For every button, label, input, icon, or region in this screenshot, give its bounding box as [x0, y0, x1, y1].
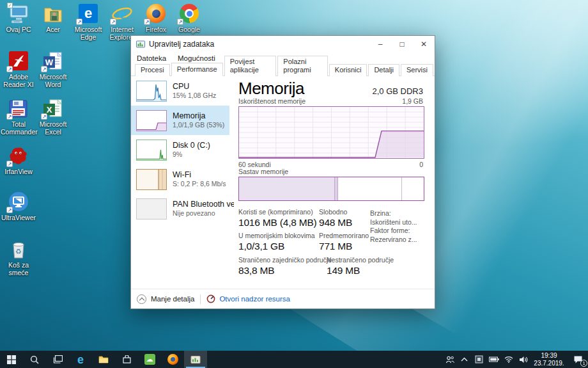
desktop-icon-label: Microsoft Edge — [70, 26, 106, 41]
desktop-icon-edge[interactable]: e ↗ Microsoft Edge — [70, 4, 106, 41]
tab-povijest-aplikacije[interactable]: Povijest aplikacije — [224, 56, 277, 76]
menu-mogucnosti[interactable]: Mogućnosti — [178, 54, 215, 62]
tab-performanse[interactable]: Performanse — [171, 63, 223, 76]
desktop-icon-ultraviewer[interactable]: ↗ UltraViewer — [1, 192, 36, 221]
desktop-icon-adobe-reader[interactable]: ↗ Adobe Reader XI — [1, 51, 36, 88]
stat-in-use: Koristi se (komprimirano) 1016 MB (4,8 M… — [238, 208, 317, 229]
maximize-button[interactable]: □ — [391, 36, 413, 52]
title-bar[interactable]: Upravitelj zadataka – □ ✕ — [131, 36, 435, 52]
tab-korisnici[interactable]: Korisnici — [329, 64, 368, 76]
sidebar-item-bluetooth-pan[interactable]: PAN Bluetooth vezNije povezano — [131, 194, 229, 223]
less-details-label: Manje detalja — [151, 295, 194, 303]
minimize-button[interactable]: – — [369, 36, 391, 52]
open-resource-monitor-link[interactable]: Otvori nadzor resursa — [206, 294, 290, 303]
disk-mini-graph — [136, 140, 167, 161]
battery-icon — [489, 356, 499, 362]
edge-icon: e — [77, 354, 84, 365]
battery-button[interactable] — [486, 351, 501, 368]
wifi-icon — [504, 356, 513, 363]
desktop-icon-irfanview[interactable]: ↗ IrfanView — [1, 146, 36, 175]
resource-monitor-icon — [206, 294, 215, 303]
menu-datoteka[interactable]: Datoteka — [137, 54, 166, 62]
sidebar-item-cpu[interactable]: CPU15% 1,08 GHz — [131, 76, 229, 106]
shortcut-arrow-icon: ↗ — [41, 113, 47, 120]
desktop-icon-label: UltraViewer — [1, 214, 36, 221]
desktop-icon-recycle-bin[interactable]: ♻ Koš za smeće — [1, 239, 36, 276]
sidebar-item-name: Wi-Fi — [173, 170, 226, 180]
desktop-icon-firefox[interactable]: ↗ Firefox — [138, 4, 174, 33]
less-details-button[interactable]: Manje detalja — [137, 294, 194, 304]
performance-sidebar: CPU15% 1,08 GHz Memorija1,0/1,9 GB (53%)… — [131, 76, 229, 288]
taskbar-clock[interactable]: 19:39 23.7.2019. — [530, 351, 568, 368]
start-button[interactable] — [0, 351, 23, 368]
taskbar-store-button[interactable] — [115, 351, 138, 368]
desktop-icon-label: Microsoft Excel — [35, 120, 71, 136]
desktop-icon-label: Total Commander — [1, 120, 36, 136]
system-tray: 19:39 23.7.2019. 1 — [442, 351, 588, 368]
stat-label: Koristi se (komprimirano) — [238, 208, 317, 216]
close-button[interactable]: ✕ — [413, 36, 435, 52]
tray-app-icon — [475, 355, 483, 364]
desktop: ✓ Ovaj PC Acer e ↗ Microsoft Edge e ↗ In… — [0, 0, 588, 368]
shortcut-arrow-icon: ↗ — [6, 207, 13, 213]
memory-usage-plot — [239, 107, 424, 158]
composition-in-use-segment — [239, 177, 335, 200]
desktop-icon-total-commander[interactable]: ↗ Total Commander — [1, 99, 36, 136]
sidebar-item-memory[interactable]: Memorija1,0/1,9 GB (53%) — [131, 106, 229, 135]
memory-usage-graph[interactable] — [238, 106, 424, 159]
desktop-icon-excel[interactable]: X ↗ Microsoft Excel — [35, 99, 71, 136]
panel-title: Memorija — [238, 79, 304, 99]
taskbar-file-explorer-button[interactable] — [92, 351, 115, 368]
desktop-icon-label: Firefox — [138, 26, 174, 33]
firefox-icon: ↗ — [145, 4, 167, 24]
stat-value: 948 MB — [319, 216, 352, 229]
resource-monitor-label: Otvori nadzor resursa — [219, 295, 290, 303]
sidebar-item-detail: 1,0/1,9 GB (53%) — [173, 121, 224, 129]
people-button[interactable] — [442, 351, 457, 368]
window-footer: Manje detalja Otvori nadzor resursa — [131, 289, 435, 308]
usage-graph-max: 1,9 GB — [402, 97, 423, 105]
tab-procesi[interactable]: Procesi — [135, 64, 170, 76]
taskbar-cloud-app-button[interactable]: ☁ — [138, 351, 161, 368]
volume-button[interactable] — [516, 351, 530, 368]
shortcut-arrow-icon: ↗ — [110, 19, 116, 25]
task-view-icon — [53, 355, 63, 364]
desktop-icon-label: IrfanView — [1, 168, 36, 175]
recycle-bin-icon: ♻ — [8, 239, 29, 260]
wifi-button[interactable] — [501, 351, 516, 368]
action-center-button[interactable]: 1 — [568, 351, 588, 368]
sidebar-item-disk[interactable]: Disk 0 (C:)9% — [131, 135, 229, 164]
footer-divider — [200, 294, 201, 304]
chevron-up-icon — [461, 357, 468, 362]
desktop-icon-chrome[interactable]: ↗ Google — [171, 4, 207, 33]
sidebar-item-detail: 9% — [173, 150, 210, 159]
tab-detalji[interactable]: Detalji — [368, 64, 399, 76]
desktop-icon-word[interactable]: W ↗ Microsoft Word — [35, 51, 71, 88]
desktop-icon-this-pc[interactable]: ✓ Ovaj PC — [1, 4, 36, 33]
sidebar-item-wifi[interactable]: Wi-FiS: 0,2 P: 8,6 Mb/s — [131, 164, 229, 194]
clock-date: 23.7.2019. — [530, 360, 568, 367]
tab-servisi[interactable]: Servisi — [401, 64, 433, 76]
task-view-button[interactable] — [46, 351, 69, 368]
stat-value: 149 MB — [327, 264, 394, 277]
tab-strip: Procesi Performanse Povijest aplikacije … — [131, 64, 435, 76]
search-button[interactable] — [23, 351, 46, 368]
tab-polazni-programi[interactable]: Polazni programi — [277, 56, 328, 76]
taskbar-firefox-button[interactable] — [161, 351, 184, 368]
taskbar-edge-button[interactable]: e — [69, 351, 92, 368]
tray-app-button[interactable] — [472, 351, 486, 368]
tray-overflow-button[interactable] — [457, 351, 472, 368]
memory-composition-bar[interactable] — [238, 177, 424, 201]
excel-icon: X ↗ — [42, 99, 64, 119]
stat-label: Nestraničeno područje — [327, 256, 394, 264]
desktop-icon-acer-folder[interactable]: Acer — [35, 4, 71, 33]
info-form-factor-label: Faktor forme: — [370, 227, 429, 236]
selection-checkbox[interactable]: ✓ — [7, 3, 13, 8]
shortcut-arrow-icon: ↗ — [144, 19, 150, 25]
sidebar-item-name: PAN Bluetooth vez — [173, 200, 239, 209]
taskbar-task-manager-button[interactable] — [184, 351, 207, 368]
stat-cached: Predmemorirano 771 MB — [319, 232, 369, 253]
edge-icon: e ↗ — [77, 4, 99, 24]
shortcut-arrow-icon: ↗ — [41, 66, 47, 72]
info-slots-used-label: Iskorišteni uto... — [370, 218, 429, 227]
